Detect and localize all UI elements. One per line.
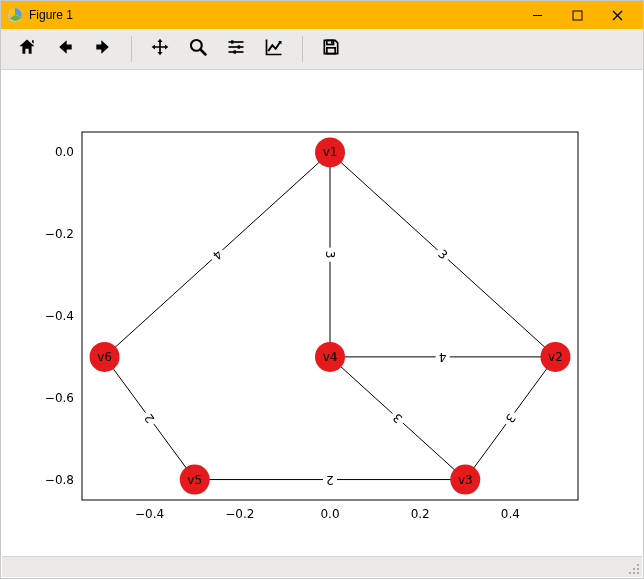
axes-button[interactable] <box>256 33 292 65</box>
svg-rect-14 <box>327 48 335 54</box>
graph-node-label: v2 <box>548 350 563 364</box>
svg-point-48 <box>637 572 639 574</box>
home-button[interactable] <box>9 33 45 65</box>
x-tick-label: 0.0 <box>320 507 339 521</box>
search-icon <box>188 37 208 61</box>
toolbar <box>1 29 643 70</box>
x-tick-label: 0.2 <box>411 507 430 521</box>
minimize-button[interactable] <box>517 1 557 29</box>
x-tick-label: 0.4 <box>501 507 520 521</box>
arrow-right-icon <box>93 37 113 61</box>
svg-point-44 <box>633 568 635 570</box>
edge-weight-label: 4 <box>439 350 447 364</box>
sliders-icon <box>226 37 246 61</box>
close-button[interactable] <box>597 1 637 29</box>
graph-node-label: v4 <box>323 350 338 364</box>
graph-node-label: v6 <box>97 350 112 364</box>
resize-grip-icon[interactable] <box>626 561 640 575</box>
toolbar-separator <box>302 36 303 62</box>
y-tick-label: −0.4 <box>45 309 74 323</box>
arrow-left-icon <box>55 37 75 61</box>
save-icon <box>321 37 341 61</box>
back-button[interactable] <box>47 33 83 65</box>
zoom-button[interactable] <box>180 33 216 65</box>
window-title: Figure 1 <box>29 8 73 22</box>
maximize-button[interactable] <box>557 1 597 29</box>
move-icon <box>150 37 170 61</box>
svg-line-6 <box>201 50 206 55</box>
titlebar: Figure 1 <box>1 1 643 29</box>
statusbar <box>2 556 642 577</box>
subplots-button[interactable] <box>218 33 254 65</box>
y-tick-label: −0.6 <box>45 391 74 405</box>
svg-point-43 <box>637 564 639 566</box>
app-window: Figure 1 <box>0 0 644 579</box>
pan-button[interactable] <box>142 33 178 65</box>
toolbar-separator <box>131 36 132 62</box>
home-icon <box>17 37 37 61</box>
svg-point-46 <box>629 572 631 574</box>
forward-button[interactable] <box>85 33 121 65</box>
save-button[interactable] <box>313 33 349 65</box>
svg-rect-10 <box>238 45 241 48</box>
app-icon <box>7 7 23 23</box>
svg-rect-15 <box>331 41 333 44</box>
y-tick-label: −0.2 <box>45 227 74 241</box>
svg-point-45 <box>637 568 639 570</box>
edge-weight-label: 3 <box>323 251 337 259</box>
svg-point-47 <box>633 572 635 574</box>
graph-node-label: v5 <box>187 473 202 487</box>
graph-node-label: v1 <box>323 145 338 159</box>
figure-canvas[interactable]: −0.4−0.20.00.20.40.0−0.2−0.4−0.6−0.83343… <box>2 70 642 556</box>
x-tick-label: −0.4 <box>135 507 164 521</box>
svg-rect-2 <box>573 11 582 20</box>
y-tick-label: −0.8 <box>45 473 74 487</box>
x-tick-label: −0.2 <box>225 507 254 521</box>
svg-rect-12 <box>234 50 237 53</box>
chart-line-icon <box>264 37 284 61</box>
y-tick-label: 0.0 <box>55 145 74 159</box>
svg-rect-8 <box>231 40 234 43</box>
graph-node-label: v3 <box>458 473 473 487</box>
edge-weight-label: 2 <box>326 473 334 487</box>
